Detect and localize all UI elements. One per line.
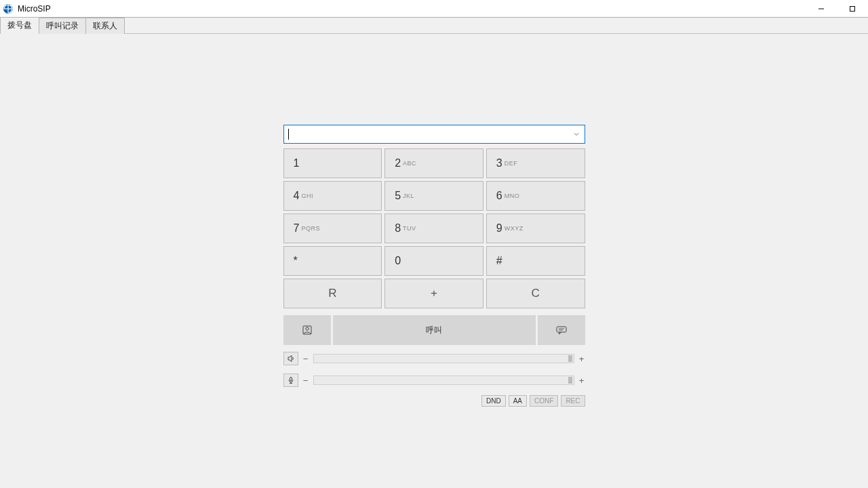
rec-toggle[interactable]: REC — [561, 395, 585, 407]
key-letters: ABC — [403, 160, 416, 167]
key-7[interactable]: 7PQRS — [283, 214, 382, 243]
title-bar: MicroSIP — [0, 0, 868, 18]
keypad: 1 2ABC 3DEF 4GHI 5JKL 6MNO 7PQRS 8TUV 9W… — [283, 148, 585, 308]
call-button[interactable]: 呼叫 — [333, 315, 536, 345]
tab-contacts[interactable]: 联系人 — [85, 18, 125, 34]
speaker-toggle[interactable] — [283, 352, 298, 365]
key-3[interactable]: 3DEF — [486, 148, 585, 178]
mic-volume-slider[interactable] — [313, 375, 574, 385]
chevron-down-icon[interactable] — [572, 131, 580, 137]
key-9[interactable]: 9WXYZ — [486, 214, 585, 243]
video-icon — [301, 325, 313, 335]
key-digit: 2 — [395, 157, 401, 169]
video-call-button[interactable] — [283, 315, 331, 345]
call-row: 呼叫 — [283, 315, 585, 345]
key-digit: + — [431, 287, 437, 300]
window-title: MicroSIP — [18, 4, 51, 14]
key-digit: 5 — [395, 190, 401, 202]
key-4[interactable]: 4GHI — [283, 181, 382, 211]
key-digit: 4 — [294, 190, 300, 202]
key-digit: 3 — [496, 157, 502, 169]
key-letters: PQRS — [301, 225, 320, 232]
key-letters: DEF — [505, 160, 518, 167]
key-6[interactable]: 6MNO — [486, 181, 585, 211]
key-letters: JKL — [403, 192, 414, 199]
mic-volume-row: − + — [283, 373, 585, 387]
key-star[interactable]: * — [283, 246, 382, 276]
key-digit: * — [294, 255, 298, 267]
key-digit: 9 — [496, 222, 502, 235]
app-icon — [3, 3, 14, 14]
call-button-label: 呼叫 — [426, 325, 442, 336]
key-clear[interactable]: C — [486, 279, 585, 308]
mic-toggle[interactable] — [283, 373, 298, 387]
svg-rect-7 — [557, 327, 566, 332]
minimize-button[interactable] — [806, 0, 837, 17]
key-digit: 0 — [395, 255, 401, 267]
key-letters: MNO — [505, 192, 520, 199]
key-2[interactable]: 2ABC — [384, 148, 484, 178]
dnd-toggle[interactable]: DND — [481, 395, 506, 407]
key-digit: C — [532, 287, 540, 300]
tab-strip: 拨号盘 呼叫记录 联系人 — [0, 18, 868, 34]
key-redial[interactable]: R — [283, 279, 382, 308]
speaker-icon — [287, 354, 295, 363]
message-icon — [555, 325, 568, 335]
key-digit: 7 — [294, 222, 300, 235]
number-input[interactable] — [289, 129, 572, 140]
key-plus[interactable]: + — [384, 279, 484, 308]
speaker-volume-slider[interactable] — [313, 354, 574, 363]
mic-vol-plus[interactable]: + — [578, 375, 585, 386]
key-8[interactable]: 8TUV — [384, 214, 484, 243]
mic-vol-minus[interactable]: − — [302, 375, 309, 386]
key-hash[interactable]: # — [486, 246, 585, 276]
speaker-volume-row: − + — [283, 352, 585, 365]
key-letters: GHI — [301, 192, 313, 199]
key-digit: 6 — [496, 190, 502, 202]
microphone-icon — [287, 376, 295, 384]
number-combobox[interactable] — [283, 125, 585, 144]
message-button[interactable] — [538, 315, 585, 345]
key-digit: 1 — [294, 157, 300, 169]
tab-dialpad[interactable]: 拨号盘 — [0, 17, 39, 34]
conf-toggle[interactable]: CONF — [530, 395, 558, 407]
key-1[interactable]: 1 — [283, 148, 382, 178]
dialer-panel: 1 2ABC 3DEF 4GHI 5JKL 6MNO 7PQRS 8TUV 9W… — [283, 125, 585, 407]
aa-toggle[interactable]: AA — [509, 395, 527, 407]
maximize-button[interactable] — [837, 0, 868, 17]
key-digit: 8 — [395, 222, 401, 235]
svg-point-5 — [305, 327, 308, 330]
speaker-vol-minus[interactable]: − — [302, 354, 309, 364]
key-digit: # — [496, 255, 502, 267]
toggle-row: DND AA CONF REC — [283, 395, 585, 407]
key-digit: R — [328, 287, 336, 300]
key-5[interactable]: 5JKL — [384, 181, 484, 211]
svg-rect-10 — [290, 378, 292, 381]
svg-rect-4 — [850, 6, 855, 11]
key-0[interactable]: 0 — [384, 246, 484, 276]
key-letters: TUV — [403, 225, 416, 232]
tab-call-log[interactable]: 呼叫记录 — [39, 18, 86, 34]
speaker-vol-plus[interactable]: + — [578, 354, 585, 364]
slider-thumb[interactable] — [568, 377, 572, 384]
slider-thumb[interactable] — [568, 355, 572, 362]
content-area: 1 2ABC 3DEF 4GHI 5JKL 6MNO 7PQRS 8TUV 9W… — [0, 34, 868, 488]
key-letters: WXYZ — [505, 225, 524, 232]
